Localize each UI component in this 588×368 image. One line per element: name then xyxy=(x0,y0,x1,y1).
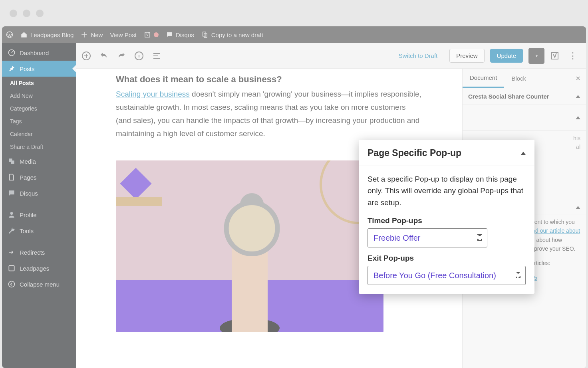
new-content-link[interactable]: New xyxy=(81,31,103,38)
sidebar-item-media[interactable]: Media xyxy=(2,153,76,169)
sidebar-sub-add-new[interactable]: Add New xyxy=(2,89,76,102)
scaling-link[interactable]: Scaling your business xyxy=(116,90,190,98)
exit-popups-label: Exit Pop-ups xyxy=(359,254,534,263)
sidebar-item-redirects[interactable]: Redirects xyxy=(2,244,76,260)
timed-popups-label: Timed Pop-ups xyxy=(359,216,534,225)
article-paragraph: Scaling your business doesn't simply mea… xyxy=(116,87,422,140)
sidebar-item-tools[interactable]: Tools xyxy=(2,223,76,239)
admin-sidebar: Dashboard Posts All Posts Add New Catego… xyxy=(2,43,76,368)
popup-panel-title: Page Specific Pop-up xyxy=(368,148,461,158)
wordpress-admin: Leadpages Blog New View Post Disqus Copy… xyxy=(2,26,586,368)
site-home-link[interactable]: Leadpages Blog xyxy=(20,31,74,38)
window-close-dot[interactable] xyxy=(10,10,17,17)
redo-icon[interactable] xyxy=(117,51,126,61)
view-post-link[interactable]: View Post xyxy=(110,32,136,38)
sidebar-collapse[interactable]: Collapse menu xyxy=(2,276,76,292)
sidebar-sub-tags[interactable]: Tags xyxy=(2,115,76,128)
page-specific-popup-panel: Page Specific Pop-up Set a specific Pop-… xyxy=(359,140,534,294)
pin-icon xyxy=(8,65,16,73)
admin-top-bar: Leadpages Blog New View Post Disqus Copy… xyxy=(2,26,586,43)
chevron-up-icon xyxy=(576,116,580,119)
editor-toolbar: Switch to Draft Preview Update ⋮ xyxy=(76,43,586,69)
sidebar-item-posts[interactable]: Posts xyxy=(2,61,76,77)
tab-block[interactable]: Block xyxy=(504,69,533,87)
update-button[interactable]: Update xyxy=(490,49,523,63)
chat-icon xyxy=(8,189,16,197)
sidebar-item-pages[interactable]: Pages xyxy=(2,169,76,185)
square-shape xyxy=(120,168,151,199)
timed-popups-select[interactable]: Freebie Offer xyxy=(368,228,487,247)
home-icon xyxy=(20,31,28,38)
panel-collapse-1[interactable] xyxy=(463,105,586,131)
copy-icon xyxy=(201,31,209,38)
sidebar-sub-categories[interactable]: Categories xyxy=(2,102,76,115)
site-name: Leadpages Blog xyxy=(30,32,74,38)
more-menu-icon[interactable]: ⋮ xyxy=(565,51,580,61)
sidebar-sub-all-posts[interactable]: All Posts xyxy=(2,77,76,89)
chevron-up-icon xyxy=(576,95,580,98)
gear-icon xyxy=(535,52,538,60)
wp-logo[interactable] xyxy=(6,31,13,38)
copy-draft-link[interactable]: Copy to a new draft xyxy=(201,31,263,38)
wrench-icon xyxy=(8,227,16,235)
window-title-bar xyxy=(0,0,588,26)
leadpages-icon xyxy=(8,264,16,272)
article-image xyxy=(116,160,383,332)
clock-shape xyxy=(224,200,280,256)
redirect-icon xyxy=(8,248,16,256)
svg-point-4 xyxy=(10,212,13,215)
popup-panel-header[interactable]: Page Specific Pop-up xyxy=(359,140,534,166)
sidebar-sub-calendar[interactable]: Calendar xyxy=(2,128,76,140)
popup-panel-description: Set a specific Pop-up to display on this… xyxy=(359,166,534,210)
yoast-indicator[interactable] xyxy=(144,31,159,38)
settings-button[interactable] xyxy=(528,48,544,64)
yoast-panel-icon[interactable] xyxy=(550,51,560,61)
media-icon xyxy=(8,157,16,165)
add-block-icon[interactable] xyxy=(81,51,91,61)
preview-button[interactable]: Preview xyxy=(449,49,484,63)
inspector-tabs: Document Block × xyxy=(463,69,586,88)
window-min-dot[interactable] xyxy=(23,10,30,17)
svg-point-6 xyxy=(9,281,15,287)
sidebar-item-disqus[interactable]: Disqus xyxy=(2,185,76,201)
page-icon xyxy=(8,173,16,181)
plank-shape xyxy=(116,197,162,206)
user-icon xyxy=(8,211,16,219)
window-max-dot[interactable] xyxy=(36,10,44,17)
info-icon[interactable] xyxy=(134,51,144,61)
sidebar-item-leadpages[interactable]: Leadpages xyxy=(2,260,76,276)
undo-icon[interactable] xyxy=(99,51,109,61)
chevron-up-icon xyxy=(576,206,580,209)
comment-icon xyxy=(166,31,173,38)
browser-window: Leadpages Blog New View Post Disqus Copy… xyxy=(0,0,588,368)
gauge-icon xyxy=(8,49,16,57)
article-heading: What does it mean to scale a business? xyxy=(116,72,422,87)
panel-cresta[interactable]: Cresta Social Share Counter xyxy=(463,88,586,105)
new-label: New xyxy=(91,32,103,38)
svg-rect-5 xyxy=(9,265,14,271)
tab-document[interactable]: Document xyxy=(463,69,504,88)
sidebar-item-dashboard[interactable]: Dashboard xyxy=(2,45,76,61)
switch-to-draft-button[interactable]: Switch to Draft xyxy=(392,49,444,62)
wordpress-icon xyxy=(6,31,13,38)
sidebar-sub-share-draft[interactable]: Share a Draft xyxy=(2,140,76,153)
yoast-icon xyxy=(144,31,151,38)
disqus-link[interactable]: Disqus xyxy=(166,31,194,38)
sidebar-item-profile[interactable]: Profile xyxy=(2,207,76,223)
close-inspector-icon[interactable]: × xyxy=(570,74,586,83)
outline-icon[interactable] xyxy=(152,51,161,61)
status-dot-icon xyxy=(154,32,159,37)
plus-icon xyxy=(81,31,88,38)
collapse-icon xyxy=(8,280,16,288)
exit-popups-select[interactable]: Before You Go (Free Consultation) xyxy=(368,266,526,285)
chevron-up-icon xyxy=(521,152,526,155)
